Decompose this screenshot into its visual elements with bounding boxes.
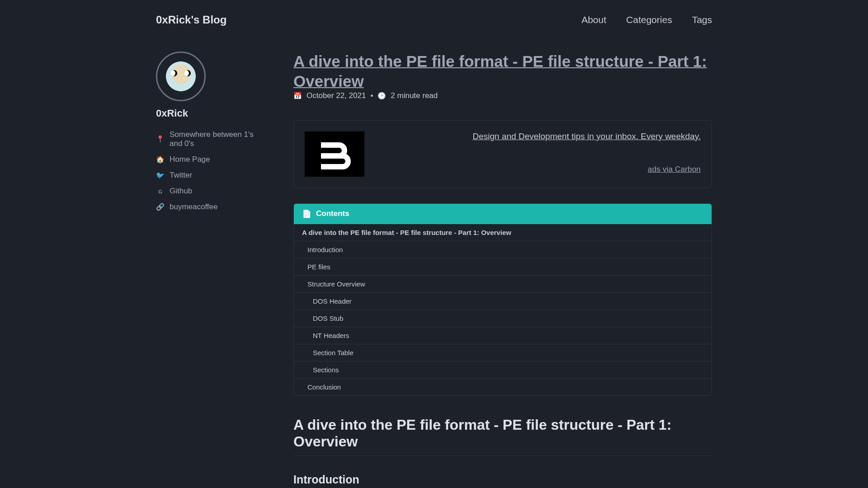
nav-about[interactable]: About (581, 14, 606, 25)
link-icon: 🔗 (156, 203, 164, 211)
nav-tags[interactable]: Tags (692, 14, 712, 25)
post-meta: 📅 October 22, 2021 • 🕒 2 minute read (293, 91, 712, 100)
table-of-contents: 📄 Contents A dive into the PE file forma… (293, 203, 712, 396)
toc-item[interactable]: Structure Overview (294, 275, 712, 292)
top-nav: About Categories Tags (581, 14, 712, 25)
toc-list: A dive into the PE file format - PE file… (294, 224, 712, 395)
article-h1: A dive into the PE file format - PE file… (293, 417, 712, 456)
sidebar-item-location: 📍 Somewhere between 1's and 0's (156, 130, 266, 148)
meta-separator: • (370, 91, 373, 100)
sidebar-item-twitter[interactable]: 🐦 Twitter (156, 171, 266, 180)
nav-categories[interactable]: Categories (626, 14, 672, 25)
sidebar-item-label: Github (170, 187, 192, 196)
sidebar-item-github[interactable]: ɢ Github (156, 187, 266, 196)
article-h2-introduction: Introduction (293, 473, 712, 486)
clock-icon: 🕒 (377, 92, 386, 100)
main: A dive into the PE file format - PE file… (293, 52, 712, 488)
toc-item[interactable]: PE files (294, 258, 712, 275)
carbon-ad-via[interactable]: ads via Carbon (648, 165, 701, 174)
author-sidebar: 0xRick 📍 Somewhere between 1's and 0's 🏠… (156, 52, 266, 488)
toc-item[interactable]: Sections (294, 361, 712, 378)
toc-item[interactable]: A dive into the PE file format - PE file… (294, 224, 712, 241)
carbon-ad-tagline[interactable]: Design and Development tips in your inbo… (473, 131, 701, 141)
carbon-ad-image[interactable] (305, 131, 364, 177)
post-read-time: 2 minute read (391, 91, 438, 100)
github-icon: ɢ (156, 187, 164, 195)
toc-header: 📄 Contents (294, 204, 712, 224)
site-title[interactable]: 0xRick's Blog (156, 14, 226, 26)
sidebar-item-label: Somewhere between 1's and 0's (170, 130, 266, 148)
post-title[interactable]: A dive into the PE file format - PE file… (293, 52, 707, 90)
calendar-icon: 📅 (293, 92, 302, 100)
sidebar-item-homepage[interactable]: 🏠 Home Page (156, 155, 266, 164)
map-pin-icon: 📍 (156, 135, 164, 143)
post-date: October 22, 2021 (307, 91, 366, 100)
toc-header-label: Contents (316, 209, 349, 218)
avatar[interactable] (156, 52, 206, 101)
toc-item[interactable]: Conclusion (294, 378, 712, 395)
home-icon: 🏠 (156, 155, 164, 164)
sidebar-item-label: Home Page (170, 155, 210, 164)
toc-item[interactable]: Section Table (294, 344, 712, 361)
avatar-image (159, 55, 203, 98)
sidebar-item-label: buymeacoffee (170, 202, 217, 211)
carbon-ad-text: Design and Development tips in your inbo… (455, 131, 701, 174)
sidebar-item-buymeacoffee[interactable]: 🔗 buymeacoffee (156, 202, 266, 211)
sidebar-item-label: Twitter (170, 171, 192, 180)
toc-item[interactable]: DOS Header (294, 292, 712, 310)
file-icon: 📄 (302, 209, 311, 219)
masthead: 0xRick's Blog About Categories Tags (0, 0, 868, 40)
author-name: 0xRick (156, 108, 266, 119)
toc-item[interactable]: DOS Stub (294, 310, 712, 327)
toc-item[interactable]: Introduction (294, 241, 712, 258)
toc-item[interactable]: NT Headers (294, 327, 712, 344)
twitter-icon: 🐦 (156, 171, 164, 179)
carbon-ad: Design and Development tips in your inbo… (293, 120, 712, 188)
